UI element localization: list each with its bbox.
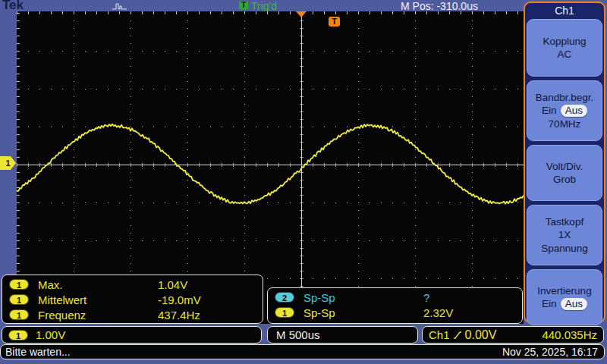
ch1-badge: 1 [9, 279, 29, 290]
trigger-position-marker-icon[interactable] [296, 11, 307, 17]
softkey-label: Volt/Div. [546, 160, 583, 174]
measurement-value: 2.32V [423, 306, 453, 319]
measurement-row: 1 Sp-Sp 2.32V [268, 305, 522, 320]
ch1-scale-readout: 1 1.00V [2, 326, 262, 344]
ein-aus-toggle: Ein Aus [542, 104, 587, 118]
softkey-bandbreite[interactable]: Bandbr.begr. Ein Aus 70MHz [527, 80, 602, 141]
measurement-label: Max. [38, 278, 158, 291]
measurement-label: Frequenz [38, 309, 158, 322]
measurement-value: 437.4Hz [158, 309, 200, 322]
trigger-level: 0.00V [465, 328, 497, 342]
softkey-tastkopf[interactable]: Tastkopf 1X Spannung [527, 205, 602, 265]
acquisition-mode-icon [112, 2, 128, 11]
measurement-value: ? [423, 291, 429, 304]
trigger-readout: Ch1 0.00V 440.035Hz [422, 326, 604, 344]
softkey-label: Invertierung [537, 284, 591, 298]
trigger-frequency: 440.035Hz [542, 328, 597, 341]
menu-title: Ch1 [526, 3, 603, 19]
measurement-row: 1 Mittelwert -19.0mV [2, 292, 263, 307]
trigger-source: Ch1 [429, 328, 450, 341]
softkey-value: Grob [553, 173, 576, 187]
ch1-badge: 1 [8, 330, 28, 340]
trigger-point-t-icon[interactable]: T [329, 17, 340, 27]
measurement-label: Mittelwert [38, 293, 158, 306]
softkey-value: 1X [558, 228, 571, 242]
measurement-box-right: 2 Sp-Sp ? 1 Sp-Sp 2.32V [267, 287, 523, 324]
softkey-invertierung[interactable]: Invertierung Ein Aus [527, 269, 602, 325]
ch2-badge: 2 [275, 292, 294, 303]
status-bar: Bitte warten... Nov 25, 2025, 16:17 [0, 344, 605, 359]
ch1-badge: 1 [275, 307, 294, 318]
toggle-option-aus-selected: Aus [561, 298, 587, 310]
softkey-value: 70MHz [549, 118, 581, 131]
rising-edge-icon [453, 330, 462, 340]
ch1-ground-marker[interactable]: 1 [0, 156, 16, 170]
measurement-value: -19.0mV [158, 293, 201, 306]
ch1-badge: 1 [9, 294, 29, 305]
ch1-badge: 1 [9, 309, 29, 320]
softkey-value: AC [558, 48, 572, 61]
softkey-kopplung[interactable]: Kopplung AC [527, 19, 602, 77]
ein-aus-toggle: Ein Aus [542, 297, 587, 311]
measurement-row: 1 Max. 1.04V [2, 277, 263, 292]
measurement-label: Sp-Sp [304, 291, 423, 304]
softkey-value2: Spannung [541, 242, 588, 256]
ch1-menu-panel: Ch1 Kopplung AC Bandbr.begr. Ein Aus 70M… [524, 2, 605, 323]
softkey-label: Bandbr.begr. [536, 91, 594, 105]
softkey-label: Tastkopf [546, 215, 583, 229]
measurement-row: 2 Sp-Sp ? [268, 290, 522, 305]
measurement-value: 1.04V [158, 278, 187, 291]
toggle-option-ein: Ein [542, 297, 557, 311]
horizontal-position-readout: M Pos: -310.0us [401, 0, 478, 12]
toggle-option-ein: Ein [542, 104, 557, 118]
oscilloscope-screen: Tek T Trig'd M Pos: -310.0us T 1 1 Max. … [0, 0, 607, 364]
measurement-box-left: 1 Max. 1.04V 1 Mittelwert -19.0mV 1 Freq… [2, 275, 263, 324]
status-message: Bitte warten... [5, 346, 71, 358]
softkey-volt-div[interactable]: Volt/Div. Grob [527, 145, 602, 201]
datetime: Nov 25, 2025, 16:17 [502, 346, 598, 358]
toggle-option-aus-selected: Aus [561, 105, 587, 117]
ch1-volts-per-div: 1.00V [36, 328, 65, 341]
top-bar: Tek T Trig'd M Pos: -310.0us [0, 0, 607, 11]
trigger-status-icon: T [239, 1, 248, 10]
measurement-label: Sp-Sp [304, 306, 423, 319]
softkey-label: Kopplung [543, 35, 586, 49]
main-timebase: M 500us [276, 328, 320, 341]
trigger-status-label: Trig'd [251, 0, 277, 12]
measurement-row: 1 Frequenz 437.4Hz [2, 307, 263, 322]
timebase-readout: M 500us [267, 326, 418, 344]
